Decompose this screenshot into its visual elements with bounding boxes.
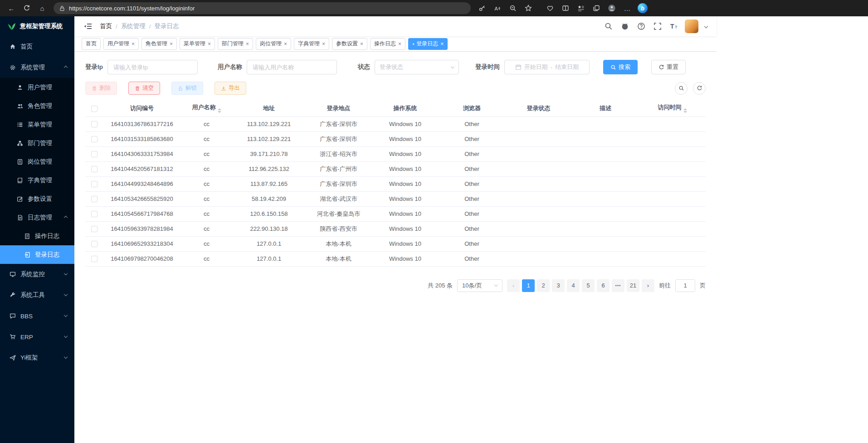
export-button[interactable]: 导出 [215, 82, 246, 95]
sidebar-item-menu-management[interactable]: 菜单管理 [0, 115, 74, 134]
search-button[interactable]: 搜索 [603, 60, 638, 74]
row-checkbox[interactable] [91, 181, 98, 187]
browser-essentials-icon[interactable] [543, 2, 557, 15]
user-name-input[interactable] [247, 60, 337, 74]
browser-refresh-icon[interactable] [20, 2, 34, 15]
fullscreen-icon[interactable] [652, 21, 663, 32]
password-key-icon[interactable] [475, 2, 489, 15]
page-button-5[interactable]: 5 [582, 279, 595, 292]
table-row[interactable]: 1641069798270046208 cc 127.0.0.1 本地-本机 W… [85, 251, 706, 266]
copilot-icon[interactable]: b [638, 3, 648, 13]
page-button-6[interactable]: 6 [597, 279, 610, 292]
browser-home-icon[interactable]: ⌂ [35, 2, 49, 15]
next-page-button[interactable]: › [642, 279, 654, 292]
user-avatar[interactable] [685, 19, 698, 33]
table-row[interactable]: 1641043063331753984 cc 39.171.210.78 浙江省… [85, 146, 706, 161]
unlock-button[interactable]: 解锁 [171, 82, 203, 95]
page-button-3[interactable]: 3 [552, 279, 565, 292]
sidebar-item-dict-management[interactable]: 字典管理 [0, 171, 74, 190]
avatar-dropdown-caret-icon[interactable] [704, 24, 708, 28]
collections-icon[interactable] [590, 2, 603, 15]
sidebar-item-erp[interactable]: ERP [0, 326, 74, 347]
close-icon[interactable]: × [246, 41, 249, 47]
table-row[interactable]: 1641054566717984768 cc 120.6.150.158 河北省… [85, 206, 706, 221]
sidebar-item-param-settings[interactable]: 参数设置 [0, 190, 74, 208]
sidebar-item-user-management[interactable]: 用户管理 [0, 78, 74, 97]
refresh-table-button[interactable] [693, 82, 706, 95]
goto-page-input[interactable] [675, 279, 695, 292]
delete-button[interactable]: 删除 [85, 82, 117, 95]
table-row[interactable]: 1641069652933218304 cc 127.0.0.1 本地-本机 W… [85, 236, 706, 251]
table-row[interactable]: 1641059633978281984 cc 222.90.130.18 陕西省… [85, 221, 706, 236]
sidebar-item-system-monitor[interactable]: 系统监控 [0, 264, 74, 285]
reset-button[interactable]: 重置 [651, 60, 686, 74]
browser-settings-menu-icon[interactable]: … [620, 2, 634, 15]
close-icon[interactable]: × [284, 41, 287, 47]
login-time-range-picker[interactable]: 开始日期 - 结束日期 [504, 60, 590, 74]
help-icon[interactable] [636, 21, 647, 32]
row-checkbox[interactable] [91, 211, 98, 217]
row-checkbox[interactable] [91, 121, 98, 127]
tab-operation-log[interactable]: 操作日志 × [370, 38, 405, 50]
tab-menu-management[interactable]: 菜单管理 × [180, 38, 215, 50]
sidebar-item-bbs[interactable]: BBS [0, 306, 74, 326]
sidebar-item-dept-management[interactable]: 部门管理 [0, 134, 74, 152]
sidebar-item-operation-log[interactable]: 操作日志 [0, 227, 74, 245]
sidebar-item-login-log[interactable]: 登录日志 [0, 245, 74, 264]
row-checkbox[interactable] [91, 166, 98, 172]
row-checkbox[interactable] [91, 136, 98, 142]
tab-login-log[interactable]: ● 登录日志 × [408, 38, 448, 50]
search-icon[interactable] [603, 21, 614, 32]
row-checkbox[interactable] [91, 226, 98, 232]
add-favorite-star-icon[interactable] [522, 2, 535, 15]
tab-dept-management[interactable]: 部门管理 × [218, 38, 253, 50]
sidebar-item-post-management[interactable]: 岗位管理 [0, 152, 74, 171]
close-icon[interactable]: × [360, 41, 363, 47]
url-text[interactable]: https://ccnetcore.com:1101/system/log/lo… [69, 5, 195, 12]
close-icon[interactable]: × [132, 41, 135, 47]
sidebar-item-log-management[interactable]: 日志管理 [0, 208, 74, 227]
collapse-sidebar-icon[interactable] [83, 22, 93, 30]
tab-param-settings[interactable]: 参数设置 × [332, 38, 367, 50]
tab-role-management[interactable]: 角色管理 × [141, 38, 177, 50]
sort-icon[interactable] [683, 108, 687, 113]
status-select[interactable]: 登录状态 [375, 60, 459, 74]
page-button-21[interactable]: 21 [627, 279, 639, 292]
close-icon[interactable]: × [322, 41, 325, 47]
col-visit-time[interactable]: 访问时间 [639, 100, 706, 117]
table-row[interactable]: 1641031367863177216 cc 113.102.129.221 广… [85, 117, 706, 131]
address-bar[interactable]: https://ccnetcore.com:1101/system/log/lo… [54, 2, 471, 14]
prev-page-button[interactable]: ‹ [507, 279, 520, 292]
zoom-out-icon[interactable] [506, 2, 520, 15]
close-icon[interactable]: × [208, 41, 211, 47]
close-icon[interactable]: × [398, 41, 401, 47]
browser-back-icon[interactable]: ← [5, 2, 18, 15]
clear-button[interactable]: 清空 [128, 82, 160, 95]
tab-dict-management[interactable]: 字典管理 × [294, 38, 329, 50]
page-button-2[interactable]: 2 [537, 279, 550, 292]
sidebar-item-system-tools[interactable]: 系统工具 [0, 285, 74, 306]
close-icon[interactable]: × [440, 41, 444, 47]
tab-home[interactable]: 首页 [82, 38, 101, 50]
page-size-select[interactable]: 10条/页 [457, 279, 502, 292]
row-checkbox[interactable] [91, 196, 98, 202]
row-checkbox[interactable] [91, 151, 98, 157]
sort-icon[interactable] [218, 108, 221, 113]
login-ip-input[interactable] [107, 60, 198, 74]
sidebar-item-home[interactable]: 首页 [0, 36, 74, 57]
sidebar-item-yi-framework[interactable]: Yi框架 [0, 347, 74, 368]
font-size-icon[interactable]: TT [668, 21, 679, 32]
tab-post-management[interactable]: 岗位管理 × [256, 38, 291, 50]
sidebar-item-role-management[interactable]: 角色管理 [0, 97, 74, 115]
github-icon[interactable] [619, 21, 630, 32]
read-aloud-icon[interactable]: A [491, 2, 504, 15]
row-checkbox[interactable] [91, 256, 98, 262]
page-button-1[interactable]: 1 [522, 279, 535, 292]
sidebar-item-system-management[interactable]: 系统管理 [0, 57, 74, 78]
close-icon[interactable]: × [170, 41, 173, 47]
more-pages-button[interactable]: ••• [612, 279, 624, 292]
page-button-4[interactable]: 4 [567, 279, 580, 292]
breadcrumb-home[interactable]: 首页 [100, 22, 112, 30]
table-row[interactable]: 1641053426655825920 cc 58.19.42.209 湖北省-… [85, 191, 706, 206]
select-all-checkbox[interactable] [91, 106, 98, 112]
